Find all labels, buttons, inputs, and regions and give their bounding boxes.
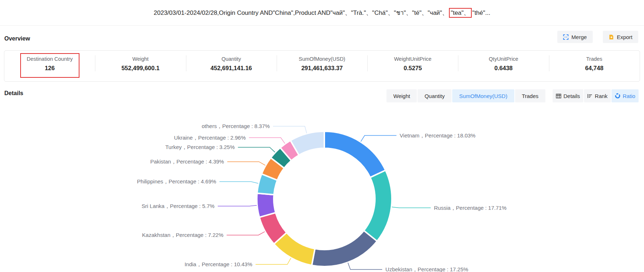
pie-label-kazakhstan: Kazakhstan，Percentage : 7.22% xyxy=(142,232,223,238)
title-text-after: "thé"... xyxy=(472,9,490,16)
button-label: Merge xyxy=(571,34,587,40)
stat-cell-trades: Trades64,748 xyxy=(549,51,640,81)
pie-leader-ukraine xyxy=(249,138,285,144)
pie-label-russia: Russia，Percentage : 17.71% xyxy=(434,205,507,211)
pie-label-uzbekistan: Uzbekistan，Percentage : 17.25% xyxy=(385,266,468,272)
tab-weight[interactable]: Weight xyxy=(386,89,417,102)
view-tabs: DetailsRankRatio xyxy=(553,89,639,102)
tab-label: Rank xyxy=(595,93,608,99)
metric-tabs: WeightQuantitySumOfMoney(USD)Trades xyxy=(386,89,545,102)
stat-cell-weight: Weight552,499,600.1 xyxy=(95,51,186,81)
stat-value: 291,461,633.37 xyxy=(277,65,367,72)
export-icon xyxy=(609,34,614,40)
ratio-chart-area: Vietnam，Percentage : 18.03%Russia，Percen… xyxy=(0,102,644,272)
tab-details[interactable]: Details xyxy=(553,89,583,102)
trade-analytics-page: 2023/03/01-2024/02/28,Origin Country AND… xyxy=(0,0,644,272)
stat-value: 64,748 xyxy=(549,65,640,72)
tab-label: Details xyxy=(563,93,580,99)
pie-leader-vietnam xyxy=(361,136,397,142)
pie-leader-turkey xyxy=(238,147,275,152)
details-heading: Details xyxy=(4,90,23,97)
rank-icon xyxy=(587,94,593,98)
tab-label: Trades xyxy=(522,93,539,99)
stat-cell-weightunitprice: WeightUnitPrice0.5275 xyxy=(367,51,458,81)
pie-label-philippines: Philippines，Percentage : 4.69% xyxy=(137,178,216,184)
pie-label-turkey: Turkey，Percentage : 3.25% xyxy=(165,144,235,150)
stat-label: WeightUnitPrice xyxy=(367,56,458,62)
export-button[interactable]: Export xyxy=(603,31,638,43)
tab-label: Ratio xyxy=(623,93,635,99)
pie-leader-philippines xyxy=(220,182,258,183)
button-label: Export xyxy=(617,34,632,40)
stat-value: 452,691,141.16 xyxy=(186,65,277,72)
stat-cell-sumofmoney-usd: SumOfMoney(USD)291,461,633.37 xyxy=(277,51,367,81)
stat-cell-quantity: Quantity452,691,141.16 xyxy=(186,51,277,81)
pie-leader-uzbekistan xyxy=(348,263,382,269)
pie-label-pakistan: Pakistan，Percentage : 4.39% xyxy=(150,158,224,165)
overview-stats-bar: Destination Country126Weight552,499,600.… xyxy=(4,50,640,82)
stat-label: Quantity xyxy=(186,56,277,62)
stat-value: 0.6438 xyxy=(458,65,549,72)
pie-leader-india xyxy=(256,258,291,264)
pie-slice-uzbekistan[interactable] xyxy=(312,231,377,267)
pie-leader-pakistan xyxy=(227,162,265,165)
tab-sumofmoney-usd[interactable]: SumOfMoney(USD) xyxy=(452,89,514,102)
stat-label: QtyUnitPrice xyxy=(458,56,549,62)
pie-leader-kazakhstan xyxy=(227,231,265,235)
merge-button[interactable]: Merge xyxy=(557,31,593,43)
stat-value: 0.5275 xyxy=(367,65,458,72)
stat-value: 126 xyxy=(4,65,95,72)
tab-ratio[interactable]: Ratio xyxy=(611,89,639,102)
stat-label: SumOfMoney(USD) xyxy=(277,56,367,62)
stat-cell-destination-country: Destination Country126 xyxy=(4,51,95,81)
tab-rank[interactable]: Rank xyxy=(584,89,611,102)
tab-trades[interactable]: Trades xyxy=(515,89,545,102)
pie-leader-russia xyxy=(392,207,431,208)
pie-label-india: India，Percentage : 10.43% xyxy=(185,261,252,267)
action-buttons: MergeExport xyxy=(557,31,638,43)
overview-heading: Overview xyxy=(4,35,30,42)
pie-label-ukraine: Ukraine，Percentage : 2.96% xyxy=(174,135,246,141)
ratio-donut-chart: Vietnam，Percentage : 18.03%Russia，Percen… xyxy=(0,102,644,272)
merge-icon xyxy=(563,34,569,40)
pie-slice-russia[interactable] xyxy=(364,170,392,241)
stat-label: Trades xyxy=(549,56,640,62)
pie-label-others: others，Percentage : 8.37% xyxy=(202,123,269,129)
tab-label: Weight xyxy=(393,93,410,99)
title-text-before: 2023/03/01-2024/02/28,Origin Country AND… xyxy=(154,9,448,16)
tab-label: SumOfMoney(USD) xyxy=(459,93,507,99)
pie-leader-sri-lanka xyxy=(218,205,257,206)
stat-value: 552,499,600.1 xyxy=(95,65,186,72)
pie-slice-vietnam[interactable] xyxy=(324,131,385,178)
pie-slice-sri-lanka[interactable] xyxy=(257,193,276,217)
pie-label-sri-lanka: Sri Lanka，Percentage : 5.7% xyxy=(142,203,215,209)
tab-label: Quantity xyxy=(424,93,445,99)
stat-label: Destination Country xyxy=(4,56,95,62)
table-icon xyxy=(556,94,561,98)
title-highlight-tea: "tea"、 xyxy=(449,8,472,18)
stat-cell-qtyunitprice: QtyUnitPrice0.6438 xyxy=(458,51,549,81)
stat-label: Weight xyxy=(95,56,186,62)
report-filter-title: 2023/03/01-2024/02/28,Origin Country AND… xyxy=(154,8,490,18)
pie-leader-others xyxy=(273,126,307,133)
report-filter-title-bar: 2023/03/01-2024/02/28,Origin Country AND… xyxy=(0,0,644,26)
pie-label-vietnam: Vietnam，Percentage : 18.03% xyxy=(400,132,476,139)
tab-quantity[interactable]: Quantity xyxy=(418,89,451,102)
ratio-icon xyxy=(615,93,621,99)
